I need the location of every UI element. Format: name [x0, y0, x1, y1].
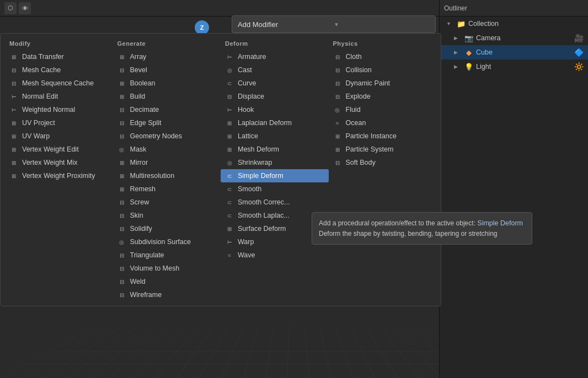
menu-item-weighted-normal[interactable]: ⊢Weighted Normal [5, 103, 113, 116]
menu-item-soft-body[interactable]: ⊟Soft Body [329, 156, 437, 169]
menu-item-vertex-weight-edit[interactable]: ⊞Vertex Weight Edit [5, 143, 113, 156]
menu-item-edge-split[interactable]: ⊟Edge Split [113, 116, 221, 129]
collection-expand-arrow[interactable]: ▼ [446, 21, 454, 26]
menu-item-decimate[interactable]: ⊟Decimate [113, 103, 221, 116]
mesh-sequence-cache-icon: ⊟ [9, 79, 18, 88]
menu-item-skin[interactable]: ⊟Skin [113, 209, 221, 222]
camera-expand-arrow[interactable]: ▶ [454, 35, 462, 41]
viewport-icon[interactable]: ⬡ [4, 2, 17, 14]
mesh-sequence-cache-label: Mesh Sequence Cache [22, 79, 94, 87]
add-modifier-dropdown[interactable]: Add Modifier ▼ [232, 15, 436, 33]
menu-item-displace[interactable]: ⊟Displace [221, 90, 329, 103]
menu-item-smooth-corrective[interactable]: ⊂Smooth Correc... [221, 196, 329, 209]
menu-item-wireframe[interactable]: ⊟Wireframe [113, 288, 221, 301]
menu-item-solidify[interactable]: ⊟Solidify [113, 222, 221, 235]
menu-item-multiresolution[interactable]: ⊞Multiresolution [113, 169, 221, 182]
column-deform: Deform⊢Armature◎Cast⊂Curve⊟Displace⊢Hook… [221, 38, 329, 301]
normal-edit-icon: ⊢ [9, 92, 18, 101]
light-badge: 🔆 [574, 62, 584, 71]
view-icon[interactable]: 👁 [19, 2, 31, 14]
mesh-deform-label: Mesh Deform [238, 145, 279, 153]
menu-item-vertex-weight-proximity[interactable]: ⊞Vertex Weight Proximity [5, 169, 113, 182]
light-expand-arrow[interactable]: ▶ [454, 64, 462, 69]
vertex-weight-mix-label: Vertex Weight Mix [22, 159, 78, 166]
vertex-weight-proximity-label: Vertex Weight Proximity [22, 172, 95, 180]
vertex-weight-mix-icon: ⊞ [9, 158, 18, 167]
menu-item-geometry-nodes[interactable]: ⊟Geometry Nodes [113, 129, 221, 143]
menu-item-particle-instance[interactable]: ⊞Particle Instance [329, 129, 437, 143]
menu-item-vertex-weight-mix[interactable]: ⊞Vertex Weight Mix [5, 156, 113, 169]
menu-item-triangulate[interactable]: ⊟Triangulate [113, 249, 221, 262]
wireframe-label: Wireframe [130, 291, 162, 299]
menu-item-ocean[interactable]: ≈Ocean [329, 116, 437, 129]
skin-label: Skin [130, 212, 143, 219]
menu-item-normal-edit[interactable]: ⊢Normal Edit [5, 90, 113, 103]
menu-item-shrinkwrap[interactable]: ◎Shrinkwrap [221, 156, 329, 169]
remesh-icon: ⊞ [117, 185, 126, 193]
particle-system-label: Particle System [346, 145, 394, 153]
menu-item-weld[interactable]: ⊟Weld [113, 275, 221, 288]
armature-icon: ⊢ [225, 52, 234, 61]
column-generate: Generate⊞Array⊟Bevel⊞Boolean⊞Build⊟Decim… [113, 38, 221, 301]
mirror-icon: ⊞ [117, 158, 126, 167]
menu-item-screw[interactable]: ⊟Screw [113, 196, 221, 209]
collection-name: Collection [468, 20, 584, 28]
menu-item-mirror[interactable]: ⊞Mirror [113, 156, 221, 169]
shrinkwrap-label: Shrinkwrap [238, 159, 272, 166]
smooth-laplacian-icon: ⊂ [225, 211, 234, 220]
outliner-item-camera[interactable]: ▶📷Camera🎥 [440, 31, 588, 45]
menu-item-fluid[interactable]: ◎Fluid [329, 103, 437, 116]
menu-item-remesh[interactable]: ⊞Remesh [113, 182, 221, 196]
menu-item-subdivision-surface[interactable]: ◎Subdivision Surface [113, 235, 221, 249]
simple-deform-label: Simple Deform [238, 172, 284, 180]
menu-item-laplacian-deform[interactable]: ⊞Laplacian Deform [221, 116, 329, 129]
menu-item-uv-project[interactable]: ⊞UV Project [5, 116, 113, 129]
solidify-icon: ⊟ [117, 224, 126, 233]
triangulate-icon: ⊟ [117, 251, 126, 260]
menu-item-mesh-deform[interactable]: ⊞Mesh Deform [221, 143, 329, 156]
menu-item-mesh-sequence-cache[interactable]: ⊟Mesh Sequence Cache [5, 77, 113, 90]
menu-item-smooth[interactable]: ⊂Smooth [221, 182, 329, 196]
cube-expand-arrow[interactable]: ▶ [454, 50, 462, 55]
menu-item-mask[interactable]: ◎Mask [113, 143, 221, 156]
column-header-modify: Modify [5, 38, 113, 50]
menu-item-boolean[interactable]: ⊞Boolean [113, 77, 221, 90]
menu-item-bevel[interactable]: ⊟Bevel [113, 63, 221, 77]
menu-item-cast[interactable]: ◎Cast [221, 63, 329, 77]
menu-item-curve[interactable]: ⊂Curve [221, 77, 329, 90]
add-modifier-label: Add Modifier [238, 20, 334, 29]
camera-name: Camera [476, 34, 572, 42]
vertex-weight-edit-icon: ⊞ [9, 145, 18, 154]
menu-item-volume-to-mesh[interactable]: ⊟Volume to Mesh [113, 262, 221, 275]
menu-item-lattice[interactable]: ⊞Lattice [221, 129, 329, 143]
vertex-weight-proximity-icon: ⊞ [9, 171, 18, 180]
dynamic-paint-label: Dynamic Paint [346, 79, 391, 87]
menu-item-cloth[interactable]: ⊟Cloth [329, 50, 437, 63]
column-header-physics: Physics [329, 38, 437, 50]
menu-item-build[interactable]: ⊞Build [113, 90, 221, 103]
menu-item-uv-warp[interactable]: ⊞UV Warp [5, 129, 113, 143]
ocean-icon: ≈ [333, 118, 342, 127]
surface-deform-label: Surface Deform [238, 225, 286, 233]
multiresolution-label: Multiresolution [130, 172, 175, 180]
menu-item-data-transfer[interactable]: ⊞Data Transfer [5, 50, 113, 63]
menu-item-armature[interactable]: ⊢Armature [221, 50, 329, 63]
camera-icon: 📷 [464, 33, 474, 43]
menu-item-dynamic-paint[interactable]: ⊟Dynamic Paint [329, 77, 437, 90]
column-header-generate: Generate [113, 38, 221, 50]
menu-item-wave[interactable]: ≈Wave [221, 249, 329, 262]
menu-item-explode[interactable]: ⊟Explode [329, 90, 437, 103]
outliner-item-light[interactable]: ▶💡Light🔆 [440, 60, 588, 74]
outliner-item-collection[interactable]: ▼📁Collection [440, 17, 588, 31]
shrinkwrap-icon: ◎ [225, 158, 234, 167]
menu-item-mesh-cache[interactable]: ⊟Mesh Cache [5, 63, 113, 77]
menu-item-particle-system[interactable]: ⊞Particle System [329, 143, 437, 156]
menu-item-collision[interactable]: ⊟Collision [329, 63, 437, 77]
tooltip-content: Add a procedural operation/effect to the… [319, 218, 525, 239]
menu-item-simple-deform[interactable]: ⊂Simple Deform [221, 169, 329, 182]
displace-label: Displace [238, 93, 264, 100]
menu-item-array[interactable]: ⊞Array [113, 50, 221, 63]
menu-item-hook[interactable]: ⊢Hook [221, 103, 329, 116]
outliner-item-cube[interactable]: ▶◆Cube🔷 [440, 45, 588, 60]
geometry-nodes-label: Geometry Nodes [130, 132, 182, 140]
